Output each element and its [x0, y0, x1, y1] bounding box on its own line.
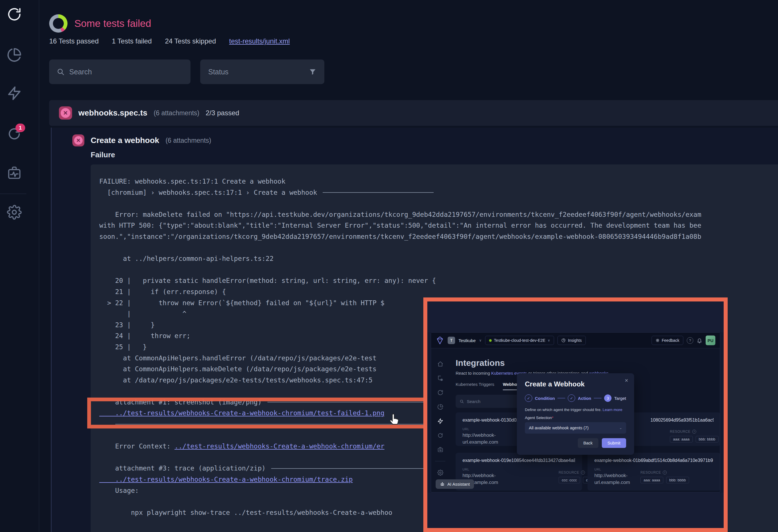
- file-attachments: (6 attachments): [154, 109, 200, 117]
- back-button: Back: [578, 438, 598, 448]
- search-box[interactable]: [49, 60, 190, 84]
- webhook-url: http://webhook-url.example.com: [594, 472, 640, 486]
- stats-row: 16 Tests passed 1 Tests failed 24 Tests …: [49, 37, 290, 45]
- user-avatar: PU: [706, 335, 715, 345]
- junit-link[interactable]: test-results/junit.xml: [229, 37, 290, 45]
- info-icon: ?: [692, 430, 696, 434]
- testkube-app-window: T Testkube ∨ Testkube-cloud-test-dev-E2E…: [431, 332, 720, 492]
- code-line: | ^: [99, 308, 186, 319]
- error-context-link[interactable]: ../test-results/webhooks-Create-a-webhoo…: [174, 441, 384, 452]
- failure-line: soon.","instance":"/organizations/tkcorg…: [99, 231, 701, 242]
- code-line: 23 | }: [99, 319, 155, 331]
- filter-funnel-icon: [309, 68, 316, 76]
- code-line: 21 | if (err.response) {: [99, 286, 226, 297]
- submit-button: Submit: [602, 438, 626, 448]
- dialog-title: Create a Webhook: [525, 380, 626, 388]
- learn-more-link: Learn more: [603, 407, 622, 412]
- triggers-icon: [437, 375, 443, 381]
- agent-label-text: Agent Selection: [525, 415, 552, 420]
- code-line: 20 | private static handleError(method: …: [99, 275, 436, 286]
- close-icon: ✕: [625, 378, 628, 383]
- info-icon: ?: [663, 470, 667, 474]
- ai-assistant-button: AI Assistant: [436, 479, 474, 489]
- failed-status-icon: ✕: [59, 106, 72, 120]
- failure-heading: Failure: [91, 150, 115, 159]
- code-line: > 22 | throw new Error(`${method} failed…: [99, 297, 384, 309]
- usage-line: Usage:: [99, 485, 139, 496]
- attachment-line: attachment #1: screenshot (image/png): [99, 397, 266, 408]
- refresh-icon: [437, 390, 443, 395]
- env-name: Testkube-cloud-test-dev-E2E: [494, 338, 545, 343]
- resource-label: RESOURCE: [559, 470, 579, 474]
- org-name: Testkube: [459, 338, 476, 343]
- search-input[interactable]: [69, 68, 183, 76]
- agent-selection-dropdown: All available webhook agents (7) ⌄: [525, 422, 626, 434]
- preview-margin-bottom: [427, 492, 724, 528]
- stat-skipped: 24 Tests skipped: [165, 37, 216, 45]
- chevron-down-icon: ⌄: [619, 426, 622, 430]
- env-status-dot: [489, 339, 492, 342]
- test-attachments: (6 attachments): [166, 137, 211, 144]
- testkube-sidebar: [431, 349, 449, 492]
- step-check-icon: ✓: [568, 394, 575, 402]
- status-filter-label: Status: [208, 68, 229, 76]
- feedback-button: Feedback: [651, 336, 683, 345]
- search-icon: [460, 399, 464, 403]
- settings-gear-icon[interactable]: [7, 205, 22, 220]
- failure-line: at ../helpers/common-api-helpers.ts:22: [99, 253, 274, 264]
- test-file-row[interactable]: ✕ webhooks.spec.ts (6 attachments) 2/3 p…: [49, 100, 778, 126]
- failure-line: with HTTP 500: {"type":"about:blank","ti…: [99, 220, 701, 231]
- resource-label: RESOURCE: [670, 430, 691, 434]
- create-webhook-dialog: ✕ Create a Webhook ✓ Condition ✓ Action …: [517, 373, 634, 455]
- webhook-card: example-webhook-019e10854cee44fdb313427d…: [456, 453, 582, 490]
- test-case-row[interactable]: ✕ Create a webhook (6 attachments): [72, 135, 211, 146]
- error-context-label: Error Context:: [99, 441, 174, 452]
- dialog-stepper: ✓ Condition ✓ Action 3 Target: [525, 394, 626, 402]
- lightning-icon[interactable]: [7, 86, 22, 101]
- feedback-label: Feedback: [662, 338, 679, 343]
- webhook-card: example-webhook-01b69abdf1514c0b8d4a6a71…: [588, 453, 720, 490]
- stepper-line: [557, 398, 565, 398]
- info-icon: ?: [581, 470, 585, 474]
- org-avatar: T: [448, 337, 455, 344]
- result-donut: [49, 14, 68, 32]
- description-text: Define on which agent the trigger should…: [525, 407, 602, 412]
- activity-monitor-icon: [437, 447, 443, 453]
- screenshot-attachment-link[interactable]: ../test-results/webhooks-Create-a-webhoo…: [99, 407, 384, 419]
- preview-margin-top: [427, 301, 724, 332]
- insights-icon: [561, 338, 565, 343]
- slack-icon: [655, 338, 659, 343]
- stack-line: at CommonApiHelpers.handleError (/data/r…: [99, 353, 376, 364]
- url-label: URL: [463, 427, 508, 431]
- status-filter[interactable]: Status: [200, 60, 324, 84]
- screenshot-preview: T Testkube ∨ Testkube-cloud-test-dev-E2E…: [423, 297, 728, 532]
- webhook-name: example-webhook-019e10854cee44fdb313427d…: [463, 458, 575, 463]
- sidebar-divider: [435, 461, 445, 461]
- step-target-label: Target: [614, 396, 626, 401]
- pie-chart-icon[interactable]: [7, 48, 22, 62]
- code-line: 24 | throw err;: [99, 330, 190, 341]
- webhook-name: example-webhook-01b69abdf1514c0b8d4a6a71…: [594, 458, 714, 463]
- tab-kubernetes-triggers: Kubernetes Triggers: [456, 382, 494, 390]
- step-number-badge: 3: [604, 394, 612, 402]
- file-passed-count: 2/3 passed: [206, 109, 239, 117]
- insights-button: Insights: [557, 336, 586, 345]
- report-header: Some tests failed: [49, 14, 151, 32]
- chevron-down-icon: ∨: [479, 338, 482, 343]
- search-icon: [57, 68, 65, 76]
- rule-line: [115, 424, 450, 425]
- trace-attachment-link[interactable]: ../test-results/webhooks-Create-a-webhoo…: [99, 474, 353, 485]
- stepper-line: [594, 398, 602, 398]
- sidebar-divider: [0, 194, 26, 194]
- stack-line: at /data/repo/js/packages/e2e-tests/test…: [99, 375, 372, 386]
- activity-monitor-icon[interactable]: [7, 166, 22, 181]
- retries-icon[interactable]: 1: [7, 127, 22, 141]
- stat-passed: 16 Tests passed: [49, 37, 99, 45]
- subtitle-text: React to incoming: [456, 371, 491, 376]
- environment-selector: Testkube-cloud-test-dev-E2E ∨: [485, 336, 554, 345]
- home-icon: [437, 361, 443, 367]
- refresh-icon[interactable]: [7, 7, 22, 22]
- chevron-down-icon: ∨: [548, 338, 550, 343]
- ai-assistant-label: AI Assistant: [447, 482, 470, 486]
- insights-label: Insights: [568, 338, 581, 343]
